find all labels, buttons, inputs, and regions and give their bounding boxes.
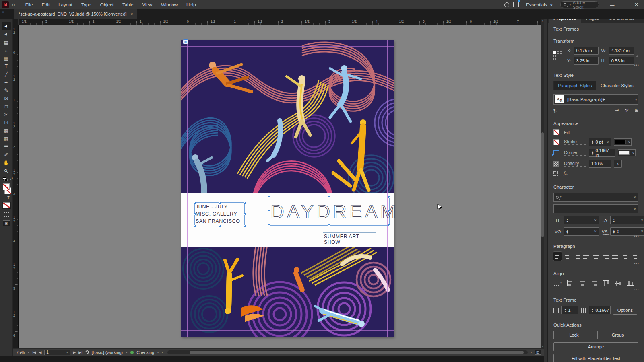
justify-all-button[interactable]: [611, 252, 619, 261]
postcard-page[interactable]: JUNE - JULY MISC. GALLERY SAN FRANCISCO …: [181, 40, 394, 337]
preflight-preset[interactable]: [Basic] (working): [92, 350, 123, 355]
align-bottom-edges-button[interactable]: [626, 279, 635, 287]
minimize-button[interactable]: —: [607, 1, 617, 8]
opacity-expand-icon[interactable]: ›: [614, 160, 622, 168]
arrange-button[interactable]: Arrange: [553, 342, 638, 351]
preflight-icon[interactable]: [85, 350, 90, 355]
character-more-icon[interactable]: •••: [634, 234, 639, 238]
pencil-tool[interactable]: ✎: [2, 86, 11, 94]
align-vertical-centers-button[interactable]: [614, 279, 623, 287]
leading-field[interactable]: ▲▼∨: [610, 216, 644, 224]
vertical-ruler[interactable]: 1 201 211 221 231 241 251 26: [13, 25, 19, 348]
vscroll-thumb[interactable]: [541, 132, 544, 237]
preflight-status[interactable]: Checking: [136, 350, 154, 355]
font-family-dropdown[interactable]: ∨ ∨: [553, 193, 638, 202]
menu-item[interactable]: File: [21, 1, 37, 9]
reference-point-grid[interactable]: [553, 51, 562, 60]
next-page-button[interactable]: ▶: [73, 350, 76, 354]
page-tool[interactable]: ▤: [2, 38, 11, 46]
justify-right-button[interactable]: [601, 252, 610, 261]
last-page-button[interactable]: ▶|: [78, 350, 82, 354]
eyedropper-tool[interactable]: ✐: [2, 151, 11, 158]
y-field[interactable]: 3.25 in: [574, 57, 599, 65]
ruler-origin[interactable]: [13, 19, 19, 25]
scroll-left-icon[interactable]: ‹: [162, 350, 163, 354]
menu-item[interactable]: Object: [96, 1, 118, 9]
redefine-style-icon[interactable]: ⇥: [615, 108, 619, 113]
fill-swatch-icon[interactable]: [553, 129, 559, 135]
zoom-tool[interactable]: ⚲: [2, 167, 11, 175]
x-field[interactable]: 0.175 in: [574, 47, 599, 55]
text-frame-dates[interactable]: JUNE - JULY MISC. GALLERY SAN FRANCISCO: [194, 202, 245, 226]
corner-style-dropdown[interactable]: ∨: [618, 149, 636, 156]
new-style-icon[interactable]: ⊞: [635, 108, 638, 113]
previous-page-button[interactable]: ◀: [39, 350, 41, 354]
pilcrow-icon[interactable]: ¶.: [553, 108, 557, 113]
menu-item[interactable]: Table: [118, 1, 138, 9]
style-override-icon[interactable]: ¶⁄: [625, 108, 628, 113]
font-style-dropdown[interactable]: ∨: [553, 204, 638, 213]
content-collector-tool[interactable]: ▦: [2, 54, 11, 62]
chevron-down-icon[interactable]: ∨: [633, 98, 637, 101]
group-button[interactable]: Group: [597, 331, 638, 339]
align-horizontal-centers-button[interactable]: [578, 279, 586, 287]
pasteboard[interactable]: JUNE - JULY MISC. GALLERY SAN FRANCISCO …: [19, 25, 544, 348]
text-frame-title[interactable]: DAYDREAM: [269, 197, 390, 226]
stroke-swatch-icon[interactable]: [553, 139, 559, 145]
fill-swatch-none[interactable]: [3, 183, 10, 190]
justify-center-button[interactable]: [592, 252, 600, 261]
workspace-switcher[interactable]: Essentials∨: [523, 2, 556, 8]
align-left-button[interactable]: [553, 252, 562, 261]
cc-link-badge-icon[interactable]: ∞: [183, 39, 188, 44]
close-button[interactable]: ✕: [631, 1, 642, 8]
rectangle-tool[interactable]: □: [2, 103, 11, 110]
w-field[interactable]: 4.1317 in: [609, 47, 634, 55]
zoom-chevron-icon[interactable]: ∨: [27, 351, 29, 354]
transform-more-icon[interactable]: •••: [634, 63, 639, 67]
stroke-label[interactable]: Stroke: [564, 139, 586, 145]
corner-label[interactable]: Corner: [564, 150, 586, 156]
paragraph-style-dropdown[interactable]: Ag [Basic Paragraph]+ ∨: [553, 94, 638, 105]
align-left-edges-button[interactable]: [566, 279, 574, 287]
note-tool[interactable]: ☰: [2, 143, 11, 150]
document-tab[interactable]: *set-up-a-postcard_END_V2.indd @ 150% [C…: [14, 9, 137, 19]
align-top-edges-button[interactable]: [602, 279, 611, 287]
type-tool[interactable]: T: [2, 62, 11, 70]
menu-item[interactable]: Edit: [37, 1, 54, 9]
line-tool[interactable]: ╱: [2, 70, 11, 78]
lock-button[interactable]: Lock: [553, 331, 594, 339]
frame-tool[interactable]: ⊠: [2, 95, 11, 102]
share-icon[interactable]: [513, 2, 519, 7]
apply-none-button[interactable]: [3, 202, 10, 208]
formatting-text-icon[interactable]: T: [7, 195, 10, 200]
tab-paragraph-styles[interactable]: Paragraph Styles: [554, 81, 596, 90]
corner-size-field[interactable]: ▲▼0.1667 in: [589, 149, 615, 157]
menu-item[interactable]: View: [138, 1, 157, 9]
default-fill-stroke-icon[interactable]: ⇄: [3, 177, 9, 182]
page-number-field[interactable]: 1∨: [44, 350, 70, 355]
hand-tool[interactable]: ✋: [2, 159, 11, 167]
formatting-container-icon[interactable]: [3, 196, 6, 199]
free-transform-tool[interactable]: ⊡: [2, 119, 11, 126]
object-style-icon[interactable]: [553, 171, 558, 176]
scroll-up-icon[interactable]: ∧: [541, 19, 543, 23]
zoom-level[interactable]: 75%: [16, 350, 25, 355]
home-icon[interactable]: ⌂: [12, 2, 15, 8]
columns-field[interactable]: ▲▼1: [561, 306, 578, 314]
opacity-label[interactable]: Opacity: [564, 161, 586, 167]
scroll-down-icon[interactable]: ∨: [541, 345, 543, 348]
view-mode-icon[interactable]: [4, 212, 9, 217]
align-more-icon[interactable]: •••: [634, 288, 639, 292]
scissors-tool[interactable]: ✂: [2, 111, 11, 118]
h-field[interactable]: 0.53 in: [609, 57, 634, 65]
status-chevron-icon[interactable]: ∨: [157, 351, 159, 354]
screen-mode-icon[interactable]: ▣: [3, 220, 10, 226]
justify-left-button[interactable]: [582, 252, 590, 261]
stroke-weight-field[interactable]: ▲▼0 pt∨: [589, 138, 611, 146]
gutter-field[interactable]: ▲▼0.1667: [589, 306, 611, 314]
vertical-scrollbar[interactable]: ∧ ∨: [541, 19, 544, 348]
gradient-feather-tool[interactable]: ▨: [2, 135, 11, 142]
paragraph-more-icon[interactable]: •••: [634, 261, 639, 265]
artwork-frame-bottom[interactable]: [181, 247, 394, 337]
align-away-spine-button[interactable]: [630, 252, 638, 261]
